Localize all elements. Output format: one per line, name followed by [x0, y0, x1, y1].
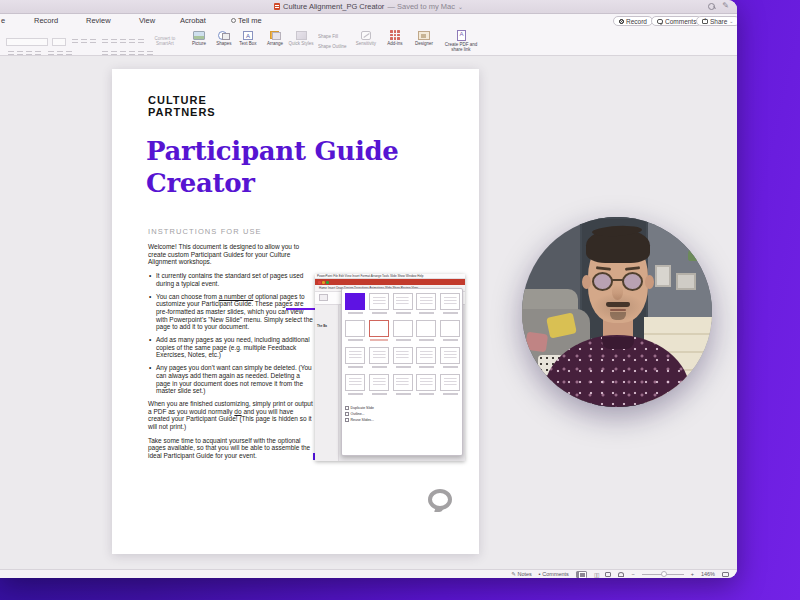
text-box-icon: A — [243, 31, 253, 40]
tab-record[interactable]: Record — [34, 16, 58, 25]
slide-sorter-button[interactable]: ▯▯ — [594, 571, 599, 578]
notes-button[interactable]: ✎ Notes — [511, 571, 532, 577]
picture-icon — [193, 31, 205, 40]
document-page[interactable]: CULTURE PARTNERS Participant Guide Creat… — [112, 69, 479, 554]
mini-slide-layout-thumb — [416, 347, 436, 364]
search-icon[interactable] — [708, 3, 715, 10]
save-status: — Saved to my Mac — [387, 2, 455, 11]
create-pdf-icon — [457, 30, 466, 41]
zoom-slider-knob[interactable] — [661, 571, 667, 577]
mini-gallery — [345, 293, 461, 401]
record-button[interactable]: Record — [613, 16, 653, 26]
mini-dropdown-menu: Duplicate Slide Outline... Reuse Slides.… — [345, 405, 461, 423]
mini-slide-layout-thumb — [345, 320, 365, 337]
glasses-bridge — [612, 279, 623, 281]
mini-menu-item-icon — [345, 412, 349, 416]
tab-tell-me[interactable]: Tell me — [231, 16, 262, 25]
person-mustache — [606, 302, 630, 307]
sensitivity-button[interactable]: Sensitivity — [352, 31, 380, 46]
person-hair — [586, 229, 650, 263]
embedded-powerpoint-screenshot: PowerPoint File Edit View Insert Format … — [315, 274, 465, 461]
presenter-view-button[interactable] — [618, 572, 624, 577]
share-button[interactable]: Share ⌄ — [696, 16, 737, 26]
window-titlebar[interactable]: Culture Alignment_PG Creator — Saved to … — [0, 0, 737, 14]
zoom-out-button[interactable]: − — [631, 571, 634, 577]
section-heading: INSTRUCTIONS FOR USE — [148, 227, 262, 236]
page-title: Participant Guide Creator — [146, 135, 466, 199]
status-bar: ✎ Notes ▪ Comments ▯▯ − + 146% — [0, 569, 737, 578]
zoom-slider[interactable] — [642, 574, 684, 575]
mini-slide-layout-thumb — [416, 374, 436, 391]
mini-slide-layout-thumb — [369, 347, 389, 364]
powerpoint-doc-icon — [274, 3, 280, 10]
list-item: You can choose from a number of optional… — [148, 293, 316, 332]
comments-button[interactable]: Comments — [651, 16, 702, 26]
person-collar — [602, 337, 634, 349]
shapes-button[interactable]: Shapes — [212, 31, 236, 46]
mini-slide-layout-thumb — [440, 293, 460, 310]
title-chevron-icon[interactable]: ⌄ — [458, 3, 463, 10]
tab-view[interactable]: View — [139, 16, 155, 25]
lightbulb-icon — [231, 18, 236, 23]
mini-new-slide-dropdown: Duplicate Slide Outline... Reuse Slides.… — [341, 288, 463, 456]
tab-review[interactable]: Review — [86, 16, 111, 25]
picture-frame — [676, 273, 696, 290]
mini-slide-layout-thumb — [416, 293, 436, 310]
list-item: Any pages you don't want can simply be d… — [148, 364, 316, 395]
mini-slide-layout-thumb — [369, 320, 389, 337]
person-nose — [612, 285, 623, 300]
instructions-text: Welcome! This document is designed to al… — [148, 243, 316, 466]
zoom-level[interactable]: 146% — [701, 571, 715, 577]
closing-paragraph: Take some time to acquaint yourself with… — [148, 437, 316, 460]
quick-styles-icon — [296, 31, 307, 40]
mini-tool-icon — [319, 294, 328, 301]
zoom-in-button[interactable]: + — [691, 571, 694, 577]
share-icon — [702, 19, 708, 24]
mini-menu-item: Reuse Slides... — [345, 417, 461, 423]
person-ear — [645, 275, 654, 289]
mini-slide-panel-label: The Ba — [317, 324, 327, 328]
window-title: Culture Alignment_PG Creator — [283, 2, 384, 11]
webcam-overlay[interactable] — [522, 217, 712, 407]
mini-menu-item-icon — [345, 406, 349, 410]
convert-smartart-button[interactable]: Convert to SmartArt — [146, 36, 184, 46]
mini-slide-layout-thumb — [440, 374, 460, 391]
bubble-tail — [434, 507, 444, 512]
reading-view-button[interactable] — [605, 572, 611, 577]
arrange-button[interactable]: Arrange — [262, 31, 288, 46]
fit-slide-button[interactable] — [722, 572, 729, 577]
closing-paragraph: When you are finished customizing, simpl… — [148, 400, 316, 431]
comments-toggle-button[interactable]: ▪ Comments — [539, 571, 569, 577]
normal-view-button[interactable] — [576, 571, 587, 578]
tab-acrobat[interactable]: Acrobat — [180, 16, 206, 25]
add-ins-button[interactable]: Add-ins — [382, 30, 408, 46]
designer-icon — [418, 31, 430, 40]
person-ear — [582, 275, 591, 289]
picture-frame — [655, 265, 671, 287]
mini-slide-layout-thumb — [345, 347, 365, 364]
person-goatee — [610, 312, 626, 320]
glasses-lens — [622, 272, 643, 291]
quick-styles-button[interactable]: Quick Styles — [288, 31, 314, 46]
ribbon: Convert to SmartArt Picture Shapes A Tex… — [0, 28, 737, 56]
text-box-button[interactable]: A Text Box — [236, 31, 260, 46]
ribbon-tab-bar: e Record Review View Acrobat Tell me Rec… — [0, 14, 737, 28]
designer-button[interactable]: Designer — [410, 31, 438, 46]
mini-slide-layout-thumb — [345, 293, 365, 310]
record-dot-icon — [619, 19, 624, 24]
create-pdf-button[interactable]: Create PDF and share link — [440, 30, 482, 52]
shapes-icon — [218, 31, 230, 40]
arrange-icon — [270, 31, 281, 40]
mini-slide-layout-thumb — [369, 293, 389, 310]
tab-clipped[interactable]: e — [1, 16, 5, 25]
list-item: Add as many pages as you need, including… — [148, 336, 316, 359]
picture-button[interactable]: Picture — [186, 31, 212, 46]
intro-paragraph: Welcome! This document is designed to al… — [148, 243, 316, 266]
glasses-lens — [592, 272, 613, 291]
mini-slide-layout-thumb — [393, 374, 413, 391]
instructions-list: It currently contains the standard set o… — [148, 272, 316, 395]
mini-slide-panel: The Ba — [315, 305, 339, 461]
mini-slide-layout-thumb — [345, 374, 365, 391]
edit-pencil-icon[interactable]: ✎ — [722, 2, 729, 10]
share-chevron-icon: ⌄ — [729, 18, 733, 24]
